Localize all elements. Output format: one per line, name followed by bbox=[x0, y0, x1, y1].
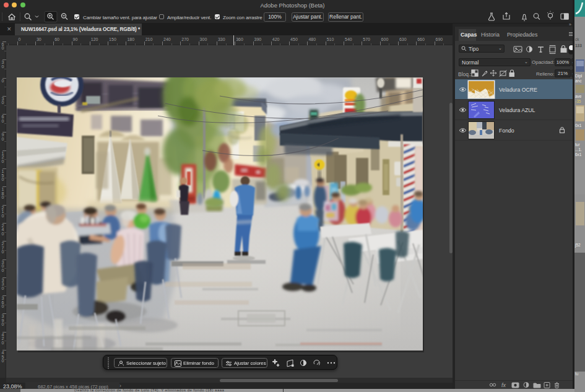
svg-text:fx: fx bbox=[501, 382, 506, 388]
